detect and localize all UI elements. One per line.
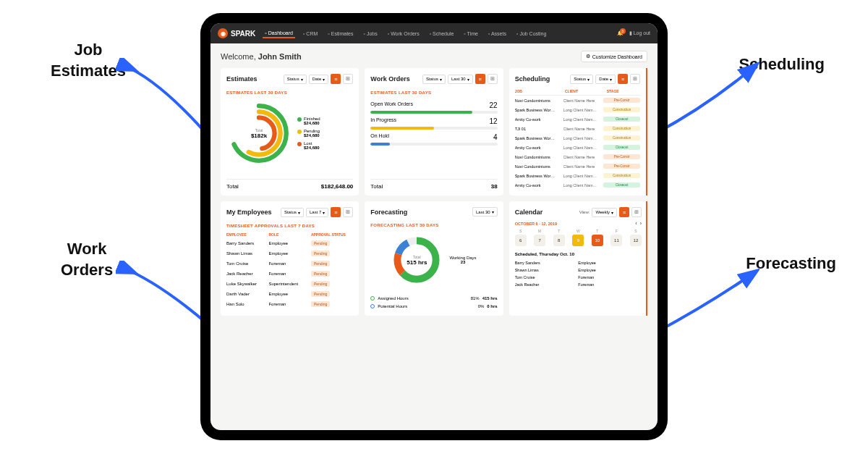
table-row[interactable]: Jack ReacherForemanPending <box>226 269 353 279</box>
chart-view-button[interactable]: ⊞ <box>631 207 642 217</box>
status-select[interactable]: Status ▾ <box>281 208 304 217</box>
estimates-card: Estimates Status ▾ Date ▾ ≡ ⊞ ESTIMATES … <box>221 68 359 196</box>
nav-item-assets[interactable]: ▫ Assets <box>486 29 509 38</box>
calendar-day[interactable]: 11 <box>610 235 622 246</box>
list-view-button[interactable]: ≡ <box>618 74 628 84</box>
chart-view-button[interactable]: ⊞ <box>343 74 353 84</box>
card-title: Calendar <box>515 209 543 216</box>
annotation-forecasting: Forecasting <box>746 253 836 274</box>
nav-item-dashboard[interactable]: ▫ Dashboard <box>263 29 295 38</box>
table-row[interactable]: Luke SkywalkerSuperintendentPending <box>226 279 353 289</box>
calendar-day[interactable]: 6 <box>515 235 527 246</box>
next-week-button[interactable]: › <box>640 221 642 226</box>
table-row[interactable]: Amity Co-workLong Client Nam…Closeout <box>515 180 640 190</box>
last30-select[interactable]: Last 30 ▾ <box>472 207 498 217</box>
status-select[interactable]: Status ▾ <box>570 75 593 84</box>
notifications-bell-icon[interactable]: 🔔3 <box>617 30 624 36</box>
list-view-button[interactable]: ≡ <box>331 74 341 84</box>
legend-item: Pending$24,680 <box>297 129 320 138</box>
card-title: Scheduling <box>515 75 550 83</box>
card-title: My Employees <box>226 209 272 216</box>
nav-item-job-costing[interactable]: ▫ Job Costing <box>514 29 548 38</box>
table-row[interactable]: TJI 01Client Name HereConstruction <box>515 124 640 133</box>
estimates-legend: Finished$24,680Pending$24,680Lost$24,680 <box>297 117 320 150</box>
employees-card: My Employees Status ▾ Last 7 ▾ ≡ ⊞ TIMES… <box>221 201 359 316</box>
calendar-day[interactable]: 7 <box>534 235 545 246</box>
table-row[interactable]: Jack ReacherForeman <box>515 281 642 288</box>
nav-menu: ▫ Dashboard▫ CRM▫ Estimates▫ Jobs▫ Work … <box>263 29 609 38</box>
calendar-day[interactable]: 12 <box>630 235 642 246</box>
last7-select[interactable]: Last 7 ▾ <box>306 208 328 217</box>
app-screen: ◉ SPARK ▫ Dashboard▫ CRM▫ Estimates▫ Job… <box>210 23 658 430</box>
table-row[interactable]: Novi CondominiumsClient Name HerePre-Con… <box>515 96 640 105</box>
table-row[interactable]: Shawn LimasEmployee <box>515 266 642 274</box>
nav-item-work-orders[interactable]: ▫ Work Orders <box>386 29 422 38</box>
card-title: Work Orders <box>370 75 409 83</box>
calendar-day[interactable]: 10 <box>592 235 603 246</box>
work-order-row: Open Work Orders22 <box>370 101 497 114</box>
table-header: EMPLOYEEROLEAPPROVAL STATUS <box>226 231 353 238</box>
table-row[interactable]: Shawn LimasEmployeePending <box>226 248 353 258</box>
table-row[interactable]: Novi CondominiumsClient Name HerePre-Con… <box>515 161 640 171</box>
nav-item-jobs[interactable]: ▫ Jobs <box>361 29 379 38</box>
prev-week-button[interactable]: ‹ <box>635 221 637 226</box>
card-subhead: TIMESHEET APPROVALS LAST 7 DAYS <box>226 224 353 228</box>
calendar-range: OCTOBER 6 - 12, 2019 <box>515 222 557 226</box>
tablet-frame: ◉ SPARK ▫ Dashboard▫ CRM▫ Estimates▫ Job… <box>200 13 668 440</box>
table-row[interactable]: Spark Business Wor…Long Client Nam…Const… <box>515 171 640 180</box>
status-select[interactable]: Status ▾ <box>422 75 446 84</box>
schedule-title: Scheduled, Thursday Oct. 10 <box>515 252 642 256</box>
forecast-row: Assigned Hours81%415 hrs <box>370 294 497 302</box>
legend-item: Lost$24,680 <box>297 141 320 150</box>
annotation-work-orders: WorkOrders <box>61 239 113 280</box>
chart-view-button[interactable]: ⊞ <box>488 74 498 84</box>
last30-select[interactable]: Last 30 ▾ <box>448 75 473 84</box>
nav-item-time[interactable]: ▫ Time <box>461 29 480 38</box>
table-row[interactable]: Amity Co-workLong Client Nam…Closeout <box>515 114 640 124</box>
table-row[interactable]: Barry SandersEmployeePending <box>226 238 353 248</box>
calendar-days: S6M7T8W9T10F11S12 <box>515 229 642 246</box>
customize-dashboard-button[interactable]: ⚙Customize Dashboard <box>581 51 647 62</box>
table-row[interactable]: Spark Business Wor…Long Client Nam…Const… <box>515 105 640 114</box>
brand-logo: ◉ SPARK <box>218 28 255 38</box>
calendar-card: Calendar View: Weekly ▾ ≡ ⊞ OCTOBER 6 - … <box>509 201 647 316</box>
table-row[interactable]: Darth VaderEmployeePending <box>226 289 353 299</box>
logout-link[interactable]: ▮ Log out <box>629 30 650 36</box>
date-select[interactable]: Date ▾ <box>309 75 329 84</box>
scroll-indicator <box>646 201 647 316</box>
table-row[interactable]: Han SoloForemanPending <box>226 299 353 309</box>
table-row[interactable]: Tom CruiseForemanPending <box>226 258 353 269</box>
date-select[interactable]: Date ▾ <box>595 75 616 84</box>
estimates-donut-chart: Total$182k <box>226 101 292 166</box>
chevron-down-icon: ▾ <box>301 77 303 82</box>
scheduling-card: Scheduling Status ▾ Date ▾ ≡ ⊞ JOBCLIENT… <box>509 68 647 196</box>
status-select[interactable]: Status ▾ <box>284 75 307 84</box>
chart-view-button[interactable]: ⊞ <box>630 74 640 84</box>
brand-name: SPARK <box>231 30 255 38</box>
chart-view-button[interactable]: ⊞ <box>343 207 353 217</box>
working-days: Working Days23 <box>449 256 476 264</box>
scroll-indicator <box>646 68 647 196</box>
nav-item-schedule[interactable]: ▫ Schedule <box>427 29 456 38</box>
forecasting-donut-chart: Total515 hrs <box>391 235 442 285</box>
list-view-button[interactable]: ≡ <box>331 207 341 217</box>
view-select[interactable]: Weekly ▾ <box>592 208 617 217</box>
nav-item-crm[interactable]: ▫ CRM <box>301 29 320 38</box>
list-view-button[interactable]: ≡ <box>619 207 629 217</box>
table-header: JOBCLIENTSTAGE <box>515 88 640 96</box>
card-title: Estimates <box>226 75 258 83</box>
card-subhead: FORECASTING LAST 30 DAYS <box>370 223 497 227</box>
chevron-down-icon: ▾ <box>323 77 325 82</box>
forecast-row: Potential Hours0%0 hrs <box>370 302 497 310</box>
table-row[interactable]: Barry SandersEmployee <box>515 259 642 266</box>
calendar-day[interactable]: 8 <box>553 235 565 246</box>
annotation-scheduling: Scheduling <box>739 54 825 75</box>
table-row[interactable]: Amity Co-workLong Client Nam…Closeout <box>515 143 640 152</box>
nav-item-estimates[interactable]: ▫ Estimates <box>326 29 355 38</box>
table-row[interactable]: Novi CondominiumsClient Name HerePre-Con… <box>515 152 640 161</box>
nav-right: 🔔3 ▮ Log out <box>617 30 650 36</box>
table-row[interactable]: Tom CruiseForeman <box>515 274 642 281</box>
calendar-day[interactable]: 9 <box>572 235 584 246</box>
list-view-button[interactable]: ≡ <box>475 74 485 84</box>
table-row[interactable]: Spark Business Wor…Long Client Nam…Const… <box>515 133 640 143</box>
